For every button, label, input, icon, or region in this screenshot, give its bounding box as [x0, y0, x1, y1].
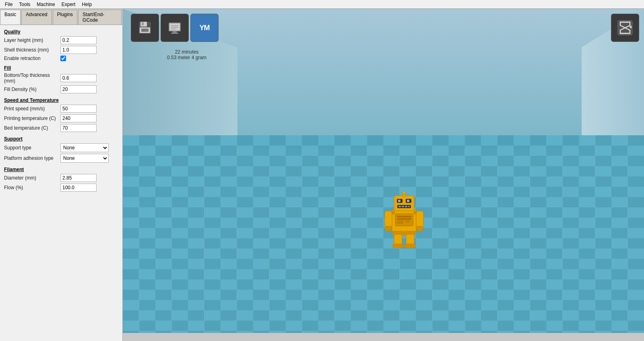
shell-thickness-row: Shell thickness (mm) — [4, 46, 118, 54]
bottom-top-row: Bottom/Top thickness (mm) — [4, 72, 118, 84]
layer-height-input[interactable] — [60, 36, 97, 44]
svg-rect-11 — [405, 221, 410, 222]
svg-rect-20 — [405, 206, 407, 207]
svg-rect-32 — [405, 244, 415, 248]
tab-plugins[interactable]: Plugins — [53, 10, 77, 25]
menu-file[interactable]: File — [2, 1, 16, 8]
svg-rect-8 — [397, 216, 411, 217]
print-speed-row: Print speed (mm/s) — [4, 105, 118, 113]
shell-thickness-input[interactable] — [60, 46, 97, 54]
viewport[interactable]: YM 22 minutes 0.53 meter 4 gram — [123, 9, 644, 341]
platform-adhesion-label: Platform adhesion type — [4, 155, 60, 161]
floor-area — [123, 135, 644, 341]
print-time: 22 minutes — [167, 49, 206, 55]
bed-temp-row: Bed temperature (C) — [4, 124, 118, 132]
menubar: File Tools Machine Expert Help — [0, 0, 644, 9]
support-type-select[interactable]: None Touching buildplate Everywhere — [60, 143, 109, 152]
tab-start-end-gcode[interactable]: Start/End-GCode — [78, 10, 122, 25]
bed-temp-label: Bed temperature (C) — [4, 125, 60, 131]
svg-rect-16 — [407, 200, 409, 202]
bottom-top-label: Bottom/Top thickness (mm) — [4, 72, 60, 84]
menu-expert[interactable]: Expert — [58, 1, 79, 8]
svg-rect-10 — [397, 221, 403, 224]
flow-label: Flow (%) — [4, 185, 60, 190]
svg-point-34 — [413, 211, 417, 214]
diameter-row: Diameter (mm) — [4, 174, 118, 182]
svg-rect-24 — [385, 211, 392, 227]
ym-button[interactable]: YM — [190, 14, 219, 42]
tab-advanced[interactable]: Advanced — [21, 10, 52, 25]
support-type-label: Support type — [4, 145, 60, 151]
tab-bar: Basic Advanced Plugins Start/End-GCode — [0, 9, 122, 25]
platform-adhesion-select[interactable]: None Brim Raft — [60, 154, 109, 163]
quality-section-title: Quality — [4, 29, 118, 35]
print-material: 0.53 meter 4 gram — [167, 55, 206, 60]
svg-rect-25 — [416, 211, 423, 227]
enable-retraction-label: Enable retraction — [4, 56, 60, 61]
menu-tools[interactable]: Tools — [16, 1, 33, 8]
svg-rect-21 — [408, 206, 410, 207]
enable-retraction-row: Enable retraction — [4, 56, 118, 61]
print-info: 22 minutes 0.53 meter 4 gram — [167, 49, 206, 60]
speed-temp-section-title: Speed and Temperature — [4, 97, 118, 103]
fill-density-label: Fill Density (%) — [4, 87, 60, 92]
svg-rect-26 — [385, 226, 392, 231]
tab-basic[interactable]: Basic — [0, 10, 21, 25]
diameter-label: Diameter (mm) — [4, 175, 60, 181]
view-button[interactable] — [161, 14, 189, 42]
bottom-strip — [123, 333, 644, 341]
layer-height-label: Layer height (mm) — [4, 37, 60, 43]
svg-rect-43 — [171, 33, 178, 34]
flow-input[interactable] — [60, 184, 97, 192]
left-panel: Basic Advanced Plugins Start/End-GCode Q… — [0, 9, 123, 341]
print-temp-input[interactable] — [60, 114, 97, 122]
print-temp-label: Printing temperature (C) — [4, 116, 60, 121]
fill-section-title: Fill — [4, 65, 118, 71]
robot-model — [384, 192, 424, 248]
shell-thickness-label: Shell thickness (mm) — [4, 47, 60, 53]
svg-rect-37 — [142, 22, 144, 25]
filament-section-title: Filament — [4, 167, 118, 172]
svg-rect-18 — [398, 206, 401, 207]
fill-density-row: Fill Density (%) — [4, 85, 118, 93]
svg-rect-27 — [417, 226, 423, 231]
svg-point-23 — [402, 192, 406, 194]
print-temp-row: Printing temperature (C) — [4, 114, 118, 122]
corner-button[interactable] — [611, 14, 639, 42]
svg-rect-31 — [393, 244, 403, 248]
save-button[interactable] — [131, 14, 159, 42]
layer-height-row: Layer height (mm) — [4, 36, 118, 44]
svg-rect-39 — [141, 29, 149, 32]
settings-form: Quality Layer height (mm) Shell thicknes… — [0, 25, 122, 341]
enable-retraction-checkbox[interactable] — [60, 56, 66, 61]
bottom-top-input[interactable] — [60, 74, 97, 82]
fill-density-input[interactable] — [60, 85, 97, 93]
diameter-input[interactable] — [60, 174, 97, 182]
platform-adhesion-row: Platform adhesion type None Brim Raft — [4, 154, 118, 163]
svg-rect-19 — [402, 206, 404, 207]
flow-row: Flow (%) — [4, 184, 118, 192]
svg-rect-41 — [169, 23, 180, 31]
svg-rect-12 — [394, 196, 414, 211]
menu-machine[interactable]: Machine — [33, 1, 58, 8]
svg-rect-15 — [398, 200, 400, 202]
viewport-toolbar: YM — [131, 14, 219, 42]
svg-rect-9 — [397, 218, 411, 220]
support-type-row: Support type None Touching buildplate Ev… — [4, 143, 118, 152]
bed-temp-input[interactable] — [60, 124, 97, 132]
svg-marker-4 — [123, 135, 644, 341]
print-speed-input[interactable] — [60, 105, 97, 113]
ym-label: YM — [200, 24, 210, 32]
support-section-title: Support — [4, 136, 118, 142]
print-speed-label: Print speed (mm/s) — [4, 106, 60, 112]
menu-help[interactable]: Help — [78, 1, 95, 8]
main-layout: Basic Advanced Plugins Start/End-GCode Q… — [0, 9, 644, 341]
svg-point-33 — [392, 211, 395, 214]
